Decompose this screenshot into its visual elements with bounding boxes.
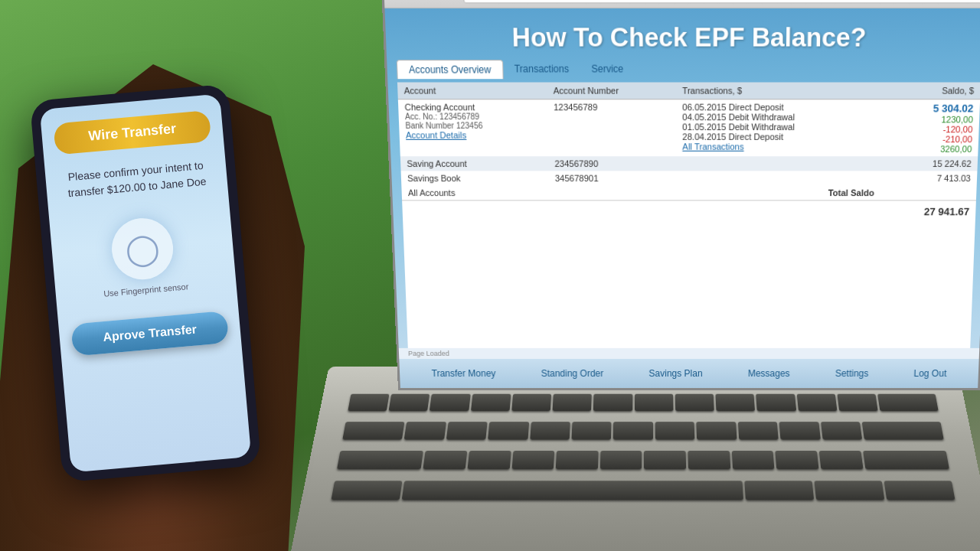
nav-standing-order[interactable]: Standing Order [534,365,609,382]
key [471,394,511,412]
key [430,394,470,412]
savings-book-row: Savings Book 345678901 7 413.03 [401,171,978,185]
total-saldo-amount: 27 941.67 [880,201,976,220]
tx-date-3: 01.05.2015 [682,122,726,132]
phone-title: Wire Transfer [53,110,211,155]
savings-book-number: 345678901 [548,171,676,185]
key [511,394,551,412]
browser-back-button[interactable]: ← → [433,0,459,2]
tab-transactions[interactable]: Transactions [503,60,580,79]
all-accounts-label: All Accounts [401,185,549,200]
key [697,422,737,439]
key [511,451,554,469]
checking-saldo-amount: 5 304.02 [889,102,974,114]
tab-service[interactable]: Service [580,60,635,79]
checking-acc-no: Acc. No.: 123456789 [405,112,541,121]
saving-account-label: Saving Account [400,156,549,171]
savings-book-label: Savings Book [401,171,549,185]
saving-transactions-empty [676,156,881,171]
checking-saldo-col: 5 304.02 1230,00 -120,00 -210,00 3260,00 [881,99,980,157]
all-transactions-link[interactable]: All Transactions [682,142,875,152]
key [635,394,674,412]
key [593,394,632,412]
tx-amount-4: 3260,00 [888,144,972,154]
tx-date-4: 28.04.2015 [682,132,726,142]
phone-screen: Wire Transfer Please confirm your intent… [40,94,252,473]
key [779,422,821,439]
key [342,422,404,439]
tx-type-1: Direct Deposit [729,102,784,112]
page-loaded-indicator: Page Loaded [399,348,980,359]
key [716,394,756,412]
tx-date-1: 06.05.2015 [682,102,726,112]
key [688,451,730,469]
nav-settings[interactable]: Settings [829,365,875,382]
key [675,394,714,412]
key [348,394,389,412]
key [837,394,878,412]
key [756,394,795,412]
browser-chrome: ← → CX Bank http://www. [384,0,980,8]
phone-message: Please confirm your intent to transfer $… [57,157,216,203]
col-header-saldo: Saldo, $ [883,83,980,99]
nav-transfer-money[interactable]: Transfer Money [425,365,502,382]
col-header-transactions: Transactions, $ [676,83,884,99]
key [862,422,944,439]
fingerprint-sensor-area[interactable]: ◯ [109,216,176,282]
key [553,394,592,412]
key [644,451,686,469]
approve-transfer-button[interactable]: Aprove Transfer [70,311,229,357]
tx-type-4: Direct Deposit [728,132,783,142]
bottom-nav: Transfer Money Standing Order Savings Pl… [399,359,978,388]
key [821,422,862,439]
nav-messages[interactable]: Messages [742,365,796,382]
key [796,394,837,412]
total-empty-1 [402,201,550,220]
laptop-screen: ← → CX Bank http://www. How To Check EPF… [381,0,980,390]
nav-log-out[interactable]: Log Out [907,365,953,382]
tx-type-2: Debit Withdrawal [729,112,795,122]
key [332,481,403,500]
checking-transactions: 06.05.2015 Direct Deposit 04.05.2015 Deb… [676,99,883,157]
key [571,422,611,439]
tab-accounts-overview[interactable]: Accounts Overview [397,60,504,79]
saving-saldo: 15 224.62 [881,156,978,171]
total-empty-3 [676,201,880,220]
spacebar-key [402,481,743,500]
tx-amount-2: -120,00 [888,125,972,135]
key [814,481,884,500]
total-empty-2 [549,201,676,220]
tx-type-3: Debit Withdrawal [729,122,795,132]
key [556,451,599,469]
all-accounts-empty-2 [880,185,977,200]
key [467,451,511,469]
account-details-link[interactable]: Account Details [406,130,542,140]
website-content: How To Check EPF Balance? Accounts Overv… [384,8,980,388]
key [744,481,814,500]
key [613,422,653,439]
all-accounts-empty-1 [549,185,676,200]
nav-tabs: Accounts Overview Transactions Service [387,60,980,79]
total-saldo-label: Total Saldo [676,185,880,200]
key [404,422,446,439]
key [776,451,819,469]
saving-account-number: 234567890 [548,156,676,171]
saving-account-row: Saving Account 234567890 15 224.62 [400,156,978,171]
col-header-account-number: Account Number [547,83,676,99]
key [863,451,949,469]
key [600,451,642,469]
phone-device: Wire Transfer Please confirm your intent… [30,84,262,483]
key [819,451,864,469]
checking-account-label: Checking Account [404,102,541,112]
key [884,481,956,500]
key [738,422,779,439]
browser-url-bar[interactable]: CX Bank http://www. [463,0,980,3]
checking-account-info: Checking Account Acc. No.: 123456789 Ban… [398,99,548,157]
nav-savings-plan[interactable]: Savings Plan [642,365,708,382]
checking-account-row: Checking Account Acc. No.: 123456789 Ban… [398,99,980,157]
all-accounts-row: All Accounts Total Saldo [401,185,976,200]
key [732,451,775,469]
savings-book-saldo: 7 413.03 [880,171,977,185]
fingerprint-label: Use Fingerprint sensor [103,282,189,298]
page-title: How To Check EPF Balance? [384,8,980,60]
